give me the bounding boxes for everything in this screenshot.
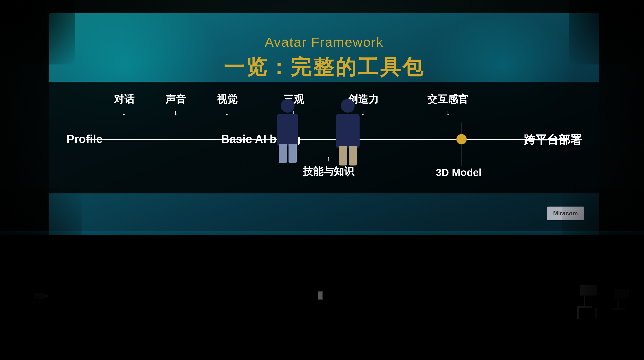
audience-silhouettes xyxy=(0,235,644,360)
label-shijue: 视觉 ↓ xyxy=(217,92,238,116)
jineng-text: 技能与知识 xyxy=(303,165,354,178)
svg-point-7 xyxy=(333,304,354,321)
presentation-screen: Avatar Framework 一览：完整的工具包 Profile Basic… xyxy=(49,13,599,249)
label-shengyin: 声音 ↓ xyxy=(165,92,186,116)
jiaohuganguan-text: 交互感官 xyxy=(427,92,468,106)
duihua-arrow: ↓ xyxy=(122,109,126,116)
leg-left-2 xyxy=(339,146,347,165)
person-legs-1 xyxy=(275,144,300,163)
bottom-right-shadow xyxy=(562,188,644,360)
svg-point-6 xyxy=(290,305,311,322)
3dmodel-text: 3D Model xyxy=(436,166,482,178)
svg-point-3 xyxy=(162,302,182,319)
leg-right-1 xyxy=(288,144,297,163)
duihua-text: 对话 xyxy=(114,92,134,106)
label-duihua: 对话 ↓ xyxy=(114,92,134,116)
title-area: Avatar Framework 一览：完整的工具包 xyxy=(49,34,599,81)
profile-label: Profile xyxy=(66,132,102,145)
chuanglili-arrow: ↓ xyxy=(361,109,365,116)
person-body-1 xyxy=(277,114,298,146)
leg-left-1 xyxy=(279,144,287,163)
svg-point-8 xyxy=(375,306,398,324)
svg-point-5 xyxy=(248,303,268,320)
svg-point-9 xyxy=(418,305,440,322)
svg-point-2 xyxy=(117,305,140,323)
person-body-2 xyxy=(336,114,360,148)
leg-right-2 xyxy=(348,146,357,165)
presenters-area xyxy=(275,99,361,159)
title-chinese: 一览：完整的工具包 xyxy=(49,54,599,81)
shengyin-arrow: ↓ xyxy=(174,109,178,116)
person-shape-2 xyxy=(335,99,361,159)
top-left-shadow xyxy=(0,0,75,65)
svg-point-4 xyxy=(204,304,226,322)
presenter-1 xyxy=(275,99,300,159)
jiaohuganguan-arrow: ↓ xyxy=(446,109,450,116)
top-right-shadow xyxy=(569,0,644,65)
person-head-1 xyxy=(281,99,294,113)
title-english: Avatar Framework xyxy=(49,34,599,50)
svg-point-10 xyxy=(461,306,484,324)
cross-platform-label: 跨平台部署 xyxy=(524,132,582,148)
shengyin-text: 声音 xyxy=(165,92,186,106)
shijue-arrow: ↓ xyxy=(225,109,229,116)
label-jiaohuganguan: 交互感官 ↓ xyxy=(427,92,468,116)
person-head-2 xyxy=(341,99,355,113)
gold-node xyxy=(456,134,467,144)
presenter-2 xyxy=(335,99,361,159)
audience-area xyxy=(0,235,644,360)
bottom-left-shadow xyxy=(0,188,82,360)
person-legs-2 xyxy=(335,146,361,165)
shijue-text: 视觉 xyxy=(217,92,238,106)
label-3dmodel: ↑ 3D Model xyxy=(436,157,482,178)
svg-point-11 xyxy=(504,305,526,322)
person-shape-1 xyxy=(275,99,300,159)
svg-rect-18 xyxy=(318,292,322,299)
